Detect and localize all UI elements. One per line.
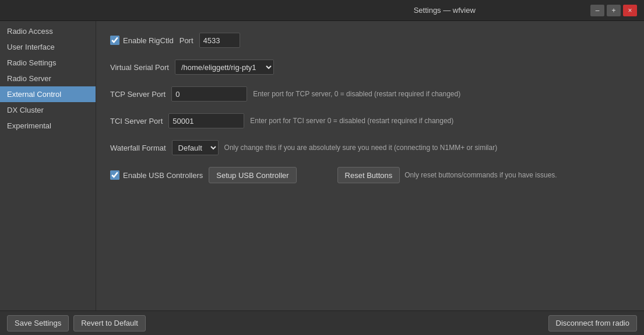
usb-label: Enable USB Controllers [110, 170, 203, 180]
usb-row: Enable USB Controllers Setup USB Control… [110, 167, 630, 183]
sidebar-item-experimental[interactable]: Experimental [0, 118, 96, 134]
sidebar-item-user-interface[interactable]: User Interface [0, 39, 96, 55]
waterfall-select[interactable]: Default N1MM+ Other [172, 140, 219, 155]
content-area: Enable RigCtld Port Virtual Serial Port … [96, 21, 644, 310]
port-label: Port [180, 36, 193, 45]
waterfall-row: Waterfall Format Default N1MM+ Other Onl… [110, 140, 630, 155]
close-button[interactable]: × [623, 5, 637, 16]
window-title: Settings — wfview [299, 6, 591, 15]
sidebar-item-dx-cluster[interactable]: DX Cluster [0, 102, 96, 118]
waterfall-hint: Only change this if you are absolutely s… [224, 144, 498, 152]
rigctld-checkbox[interactable] [110, 36, 119, 45]
rigctld-row: Enable RigCtld Port [110, 33, 630, 48]
sidebar-item-radio-access[interactable]: Radio Access [0, 23, 96, 39]
window-controls: – + × [590, 5, 637, 16]
minimize-button[interactable]: – [590, 5, 604, 16]
tci-server-row: TCI Server Port Enter port for TCI serve… [110, 113, 630, 128]
rigctld-label: Enable RigCtld [110, 36, 174, 45]
virtual-serial-select[interactable]: /home/eliggett/rig-pty1 [175, 60, 274, 75]
sidebar-item-radio-server[interactable]: Radio Server [0, 71, 96, 86]
rigctld-port-input[interactable] [199, 33, 240, 48]
bottom-bar: Save Settings Revert to Default Disconne… [0, 310, 644, 335]
revert-default-button[interactable]: Revert to Default [73, 315, 146, 331]
sidebar-item-external-control[interactable]: External Control [0, 86, 96, 102]
tci-server-label: TCI Server Port [110, 117, 163, 125]
titlebar: Settings — wfview – + × [0, 0, 644, 21]
setup-usb-button[interactable]: Setup USB Controller [209, 167, 296, 183]
sidebar: Radio Access User Interface Radio Settin… [0, 21, 96, 310]
virtual-serial-row: Virtual Serial Port /home/eliggett/rig-p… [110, 60, 630, 75]
tci-server-input[interactable] [168, 113, 244, 128]
main-layout: Radio Access User Interface Radio Settin… [0, 21, 644, 310]
virtual-serial-label: Virtual Serial Port [110, 63, 169, 72]
reset-buttons-button[interactable]: Reset Buttons [337, 167, 400, 183]
tci-server-hint: Enter port for TCI server 0 = disabled (… [250, 117, 453, 125]
sidebar-item-radio-settings[interactable]: Radio Settings [0, 55, 96, 71]
tcp-server-hint: Enter port for TCP server, 0 = disabled … [253, 90, 460, 98]
maximize-button[interactable]: + [607, 5, 621, 16]
tcp-server-label: TCP Server Port [110, 90, 166, 99]
save-settings-button[interactable]: Save Settings [7, 315, 69, 331]
tcp-server-row: TCP Server Port Enter port for TCP serve… [110, 86, 630, 102]
disconnect-button[interactable]: Disconnect from radio [548, 315, 637, 331]
reset-hint: Only reset buttons/commands if you have … [404, 171, 557, 179]
tcp-server-input[interactable] [171, 86, 247, 102]
usb-checkbox[interactable] [110, 170, 119, 180]
bottom-bar-right: Disconnect from radio [548, 315, 637, 331]
waterfall-label: Waterfall Format [110, 144, 166, 152]
